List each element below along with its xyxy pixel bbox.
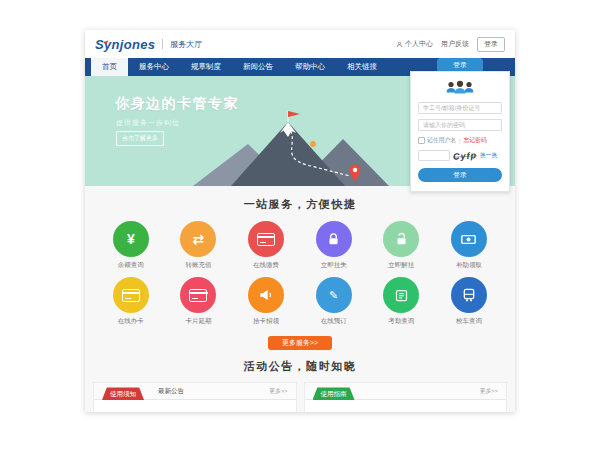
left-announcement-panel: 使用须知 最新公告 更多>> bbox=[93, 382, 297, 412]
captcha-row: Cyfp 换一换 bbox=[418, 150, 502, 161]
announcement-panels: 使用须知 最新公告 更多>> 使用指南 更多>> bbox=[85, 374, 515, 412]
transfer-arrows-icon: ⇄ bbox=[193, 232, 205, 246]
announcements-section-title: 活动公告，随时知晓 bbox=[85, 359, 515, 374]
remember-row: 记住用户名 | 忘记密码 bbox=[418, 136, 502, 145]
service-label: 拾卡招领 bbox=[253, 317, 279, 326]
edit-icon: ✎ bbox=[329, 290, 338, 301]
nav-item-rules[interactable]: 规章制度 bbox=[180, 58, 232, 76]
service-item-transfer: ⇄ 转账充值 bbox=[165, 221, 233, 270]
usage-notice-tab[interactable]: 使用须知 bbox=[102, 387, 144, 400]
nav-item-links[interactable]: 相关链接 bbox=[336, 58, 388, 76]
transfer-recharge-button[interactable]: ⇄ bbox=[180, 221, 216, 257]
waypoint-pin-icon bbox=[310, 141, 316, 147]
login-panel: 登录 记住用户名 | 忘记密码 Cyfp 换一换 登录 bbox=[410, 58, 510, 192]
school-bus-inquiry-button[interactable] bbox=[451, 277, 487, 313]
online-card-apply-button[interactable] bbox=[113, 277, 149, 313]
more-services-button[interactable]: 更多服务>> bbox=[268, 336, 332, 350]
service-item-booking: ✎ 在线预订 bbox=[300, 277, 368, 326]
list-icon bbox=[394, 288, 409, 303]
captcha-refresh-link[interactable]: 换一换 bbox=[480, 151, 497, 160]
personal-center-link[interactable]: 个人中心 bbox=[396, 39, 433, 49]
service-label: 在线缴费 bbox=[253, 261, 279, 270]
logo-divider bbox=[162, 39, 163, 49]
online-booking-button[interactable]: ✎ bbox=[316, 277, 352, 313]
service-label: 在线办卡 bbox=[118, 317, 144, 326]
site-tagline: 服务大厅 bbox=[170, 39, 202, 50]
banner-subtitle: 提供服务一步到位 bbox=[116, 118, 180, 128]
nav-item-help[interactable]: 帮助中心 bbox=[284, 58, 336, 76]
service-item-card-extension: 卡片延期 bbox=[165, 277, 233, 326]
yen-icon: ¥ bbox=[127, 232, 135, 246]
top-bar-right: 个人中心 用户反馈 登录 bbox=[396, 37, 505, 52]
login-tab[interactable]: 登录 bbox=[437, 58, 483, 71]
bank-card-icon bbox=[189, 289, 207, 302]
bank-card-icon bbox=[257, 233, 275, 246]
report-loss-button[interactable] bbox=[316, 221, 352, 257]
subsidy-claim-button[interactable] bbox=[451, 221, 487, 257]
nav-item-service-center[interactable]: 服务中心 bbox=[128, 58, 180, 76]
nav-item-home[interactable]: 首页 bbox=[91, 58, 128, 76]
balance-inquiry-button[interactable]: ¥ bbox=[113, 221, 149, 257]
nav-item-news[interactable]: 新闻公告 bbox=[232, 58, 284, 76]
service-item-report-loss: 立即挂失 bbox=[300, 221, 368, 270]
remember-label: 记住用户名 bbox=[427, 136, 456, 145]
bus-icon bbox=[461, 287, 477, 303]
unlock-icon bbox=[394, 232, 409, 247]
bank-card-icon bbox=[122, 289, 140, 302]
username-input[interactable] bbox=[418, 102, 502, 114]
online-payment-button[interactable] bbox=[248, 221, 284, 257]
service-item-lost-found: 拾卡招领 bbox=[232, 277, 300, 326]
service-item-unlock: 立即解挂 bbox=[368, 221, 436, 270]
top-bar: Synjones 服务大厅 个人中心 用户反馈 登录 bbox=[85, 30, 515, 58]
service-item-card-apply: 在线办卡 bbox=[97, 277, 165, 326]
services-grid: ¥ 余额查询 ⇄ 转账充值 在线缴费 立即挂失 立即解挂 bbox=[85, 212, 515, 333]
password-input[interactable] bbox=[418, 119, 502, 131]
main-content: 一站服务，方便快捷 ¥ 余额查询 ⇄ 转账充值 在线缴费 立即挂失 bbox=[85, 186, 515, 412]
service-label: 余额查询 bbox=[118, 261, 144, 270]
service-label: 立即挂失 bbox=[321, 261, 347, 270]
services-section-title: 一站服务，方便快捷 bbox=[85, 197, 515, 212]
mountains-illustration bbox=[193, 106, 393, 186]
logo[interactable]: Synjones 服务大厅 bbox=[95, 37, 202, 52]
remember-checkbox[interactable] bbox=[418, 137, 425, 144]
service-item-subsidy: 补助领取 bbox=[435, 221, 503, 270]
service-label: 转账充值 bbox=[185, 261, 211, 270]
forgot-password-link[interactable]: 忘记密码 bbox=[464, 136, 487, 145]
service-label: 考勤查询 bbox=[388, 317, 414, 326]
right-more-link[interactable]: 更多>> bbox=[480, 387, 498, 396]
service-item-attendance: 考勤查询 bbox=[368, 277, 436, 326]
user-feedback-link[interactable]: 用户反馈 bbox=[441, 39, 469, 49]
banner-cta-button[interactable]: 点击了解更多 bbox=[116, 131, 164, 146]
service-label: 卡片延期 bbox=[185, 317, 211, 326]
banknote-icon bbox=[460, 231, 477, 248]
right-announcement-panel: 使用指南 更多>> bbox=[304, 382, 508, 412]
service-label: 立即解挂 bbox=[388, 261, 414, 270]
user-feedback-label: 用户反馈 bbox=[441, 39, 469, 49]
service-item-balance: ¥ 余额查询 bbox=[97, 221, 165, 270]
lock-icon bbox=[326, 232, 341, 247]
login-top-button[interactable]: 登录 bbox=[477, 37, 505, 52]
service-label: 在线预订 bbox=[321, 317, 347, 326]
unlock-button[interactable] bbox=[383, 221, 419, 257]
card-extension-button[interactable] bbox=[180, 277, 216, 313]
login-form: 记住用户名 | 忘记密码 Cyfp 换一换 登录 bbox=[410, 71, 510, 192]
remember-separator: | bbox=[459, 138, 461, 144]
service-label: 校车查询 bbox=[456, 317, 482, 326]
lost-card-claim-button[interactable] bbox=[248, 277, 284, 313]
login-submit-button[interactable]: 登录 bbox=[418, 168, 502, 182]
attendance-inquiry-button[interactable] bbox=[383, 277, 419, 313]
service-item-online-payment: 在线缴费 bbox=[232, 221, 300, 270]
service-item-bus: 校车查询 bbox=[435, 277, 503, 326]
person-icon bbox=[396, 41, 403, 48]
flag-icon bbox=[288, 111, 300, 117]
right-panel-header: 使用指南 更多>> bbox=[305, 383, 507, 400]
personal-center-label: 个人中心 bbox=[405, 39, 433, 49]
captcha-input[interactable] bbox=[418, 150, 450, 161]
latest-announcements-tab[interactable]: 最新公告 bbox=[158, 387, 184, 396]
site-page: Synjones 服务大厅 个人中心 用户反馈 登录 首页 服务中心 规章制度 … bbox=[85, 30, 515, 412]
users-group-icon bbox=[443, 79, 477, 96]
left-panel-header: 使用须知 最新公告 更多>> bbox=[94, 383, 296, 400]
megaphone-icon bbox=[258, 287, 274, 303]
usage-guide-tab[interactable]: 使用指南 bbox=[313, 387, 355, 400]
left-more-link[interactable]: 更多>> bbox=[269, 387, 287, 396]
